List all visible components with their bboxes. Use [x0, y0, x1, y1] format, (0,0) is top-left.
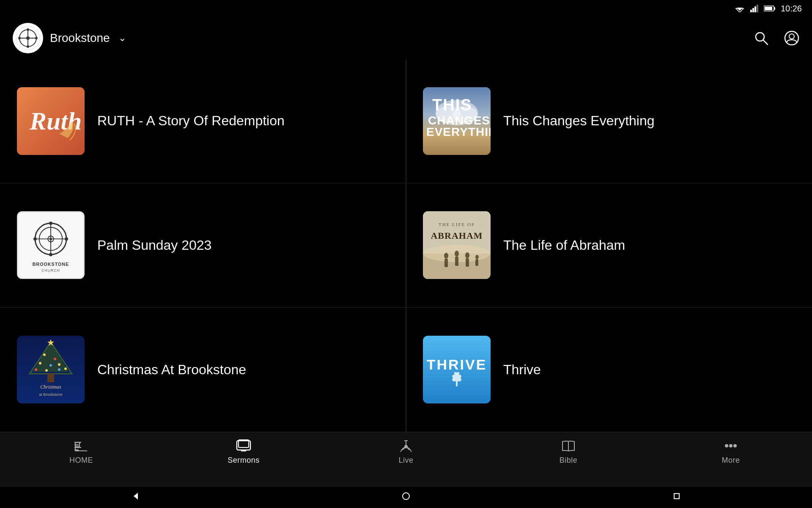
nav-label-more: More: [721, 456, 740, 465]
bottom-nav: HOME Sermons Live Bible: [0, 432, 812, 487]
account-icon: [784, 30, 799, 46]
bible-icon: [561, 439, 576, 453]
svg-point-18: [35, 37, 38, 39]
svg-point-66: [43, 353, 46, 356]
back-icon: [130, 491, 140, 501]
svg-rect-54: [444, 259, 448, 267]
battery-icon: [764, 5, 776, 12]
svg-text:Ruth: Ruth: [29, 107, 82, 135]
svg-point-71: [35, 368, 37, 371]
wifi-icon: [734, 5, 745, 12]
series-grid: Ruth RUTH - A Story Of Redemption: [0, 59, 812, 432]
svg-rect-56: [455, 257, 458, 266]
recents-icon: [672, 491, 682, 501]
svg-point-74: [64, 367, 67, 370]
svg-rect-104: [674, 494, 679, 499]
nav-item-live[interactable]: Live: [381, 439, 431, 465]
more-icon: [723, 439, 738, 453]
series-item-christmas[interactable]: Christmas at Brookstone Christmas At Bro…: [0, 308, 406, 432]
live-icon: [398, 439, 414, 453]
svg-text:at Brookstone: at Brookstone: [39, 392, 63, 397]
series-title-ruth: RUTH - A Story Of Redemption: [97, 112, 285, 130]
svg-point-15: [27, 28, 29, 31]
svg-rect-4: [752, 8, 754, 12]
svg-point-43: [33, 237, 37, 241]
svg-point-55: [455, 251, 459, 257]
profile-button[interactable]: [784, 30, 799, 46]
app-bar-left: Brookstone ⌄: [13, 23, 754, 53]
svg-rect-5: [754, 6, 756, 12]
svg-point-19: [756, 33, 764, 41]
series-item-abraham[interactable]: THE LIFE OF ABRAHAM: [406, 183, 812, 307]
svg-text:ABRAHAM: ABRAHAM: [431, 230, 483, 241]
svg-point-72: [45, 369, 48, 372]
app-name: Brookstone: [50, 31, 110, 45]
series-thumbnail-ruth: Ruth: [17, 87, 85, 155]
series-title-palm: Palm Sunday 2023: [97, 237, 211, 254]
svg-point-17: [18, 37, 21, 39]
svg-text:BROOKSTONE: BROOKSTONE: [33, 262, 69, 267]
search-button[interactable]: [754, 30, 769, 46]
svg-text:THRIVE: THRIVE: [427, 356, 487, 373]
series-item-ruth[interactable]: Ruth RUTH - A Story Of Redemption: [0, 59, 406, 183]
app-bar: Brookstone ⌄: [0, 17, 812, 59]
svg-text:THIS: THIS: [432, 96, 472, 114]
series-item-tce[interactable]: THIS CHANGES EVERYTHING This Changes Eve…: [406, 59, 812, 183]
nav-item-bible[interactable]: Bible: [543, 439, 594, 465]
series-title-thrive: Thrive: [503, 361, 541, 379]
svg-point-67: [54, 358, 56, 360]
sermons-icon: [235, 439, 252, 453]
svg-point-44: [65, 237, 68, 241]
svg-text:CHURCH: CHURCH: [41, 269, 60, 273]
series-item-thrive[interactable]: THRIVE Thrive: [406, 308, 812, 432]
nav-label-home: HOME: [69, 456, 93, 465]
svg-rect-9: [765, 7, 772, 10]
nav-label-bible: Bible: [560, 456, 578, 465]
series-thumbnail-tce: THIS CHANGES EVERYTHING: [423, 87, 491, 155]
svg-rect-8: [774, 7, 775, 10]
svg-point-53: [444, 253, 448, 259]
svg-marker-102: [134, 493, 138, 500]
svg-point-69: [49, 364, 52, 367]
svg-point-70: [58, 363, 60, 366]
svg-rect-60: [475, 259, 478, 266]
android-back-button[interactable]: [130, 491, 140, 504]
nav-label-sermons: Sermons: [228, 456, 260, 465]
svg-point-42: [49, 253, 52, 257]
android-home-button[interactable]: [401, 491, 411, 504]
nav-item-more[interactable]: More: [705, 439, 756, 465]
series-title-abraham: The Life of Abraham: [503, 237, 625, 254]
chevron-down-icon[interactable]: ⌄: [118, 33, 126, 44]
series-thumbnail-thrive: THRIVE: [423, 336, 491, 403]
series-thumbnail-palm: BROOKSTONE CHURCH: [17, 211, 85, 279]
svg-text:Christmas: Christmas: [40, 384, 61, 390]
nav-item-sermons[interactable]: Sermons: [218, 439, 269, 465]
svg-point-68: [39, 362, 41, 364]
svg-rect-6: [757, 5, 758, 12]
search-icon: [754, 30, 769, 46]
svg-point-41: [49, 222, 52, 225]
status-bar: 10:26: [0, 0, 812, 17]
svg-point-57: [465, 252, 469, 258]
svg-point-103: [403, 493, 409, 500]
app-logo[interactable]: [13, 23, 43, 53]
svg-point-101: [733, 444, 737, 447]
android-home-icon: [401, 491, 411, 501]
svg-point-100: [729, 444, 732, 447]
svg-line-20: [763, 40, 768, 44]
svg-text:THE LIFE OF: THE LIFE OF: [439, 222, 475, 227]
series-item-palm[interactable]: BROOKSTONE CHURCH Palm Sunday 2023: [0, 183, 406, 307]
svg-rect-64: [47, 374, 54, 382]
svg-point-16: [27, 45, 29, 48]
home-icon: [74, 439, 89, 453]
svg-rect-3: [750, 10, 752, 12]
app-bar-right: [754, 30, 799, 46]
series-thumbnail-christmas: Christmas at Brookstone: [17, 336, 85, 403]
series-title-tce: This Changes Everything: [503, 112, 655, 130]
nav-label-live: Live: [398, 456, 413, 465]
series-title-christmas: Christmas At Brookstone: [97, 361, 246, 379]
svg-point-22: [789, 34, 794, 39]
svg-rect-58: [466, 258, 469, 267]
android-recents-button[interactable]: [672, 491, 682, 504]
nav-item-home[interactable]: HOME: [56, 439, 107, 465]
